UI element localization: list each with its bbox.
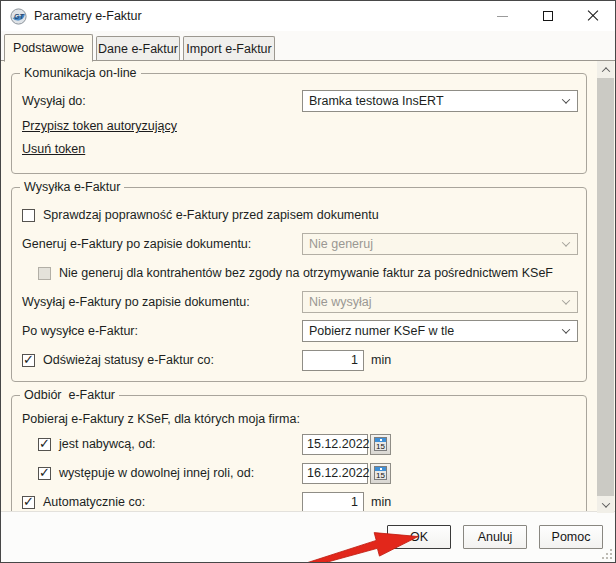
scroll-down-button[interactable] (597, 496, 614, 513)
odswiezaj-interval-input[interactable]: 1 (302, 350, 364, 371)
anuluj-button[interactable]: Anuluj (463, 525, 527, 549)
nabywca-date-input[interactable]: 15.12.2022 (302, 434, 368, 455)
chevron-down-icon (562, 325, 570, 333)
link-przypisz-token[interactable]: Przypisz token autoryzujący (22, 119, 177, 133)
group-title: Komunikacja on-line (20, 66, 141, 80)
wysylaj-e-faktury-value: Nie wysyłaj (309, 295, 563, 309)
checkbox-odswiezaj-statusy[interactable] (22, 354, 35, 367)
chevron-down-icon (562, 238, 570, 246)
generuj-select: Nie generuj (302, 233, 578, 255)
group-title: Odbiór e-Faktur (20, 388, 119, 402)
checkbox-odswiezaj-label[interactable]: Odświeżaj statusy e-Faktur co: (43, 353, 302, 367)
pomoc-button[interactable]: Pomoc (539, 525, 603, 549)
button-bar: OK Anuluj Pomoc (1, 511, 615, 562)
maximize-button[interactable] (525, 1, 570, 31)
tab-label: Dane e-Faktur (98, 42, 178, 56)
link-usun-token[interactable]: Usuń token (22, 142, 85, 156)
close-button[interactable] (570, 1, 615, 31)
checkbox-sprawdzaj-poprawnosc[interactable] (22, 209, 35, 222)
chevron-up-icon (601, 67, 609, 75)
checkbox-automatycznie[interactable] (22, 496, 35, 509)
checkbox-nie-generuj-label: Nie generuj dla kontrahentów bez zgody n… (59, 266, 553, 280)
chevron-down-icon (601, 499, 609, 507)
calendar-icon: 15 (374, 466, 387, 480)
tab-label: Import e-Faktur (186, 42, 271, 56)
calendar-icon: 15 (374, 437, 387, 451)
group-title: Wysyłka e-Faktur (20, 180, 124, 194)
vertical-scrollbar[interactable] (597, 61, 614, 513)
tab-content-podstawowe: Komunikacja on-line Wysyłaj do: Bramka t… (1, 61, 615, 513)
tab-label: Podstawowe (13, 41, 84, 55)
chevron-down-icon (562, 95, 570, 103)
generuj-value: Nie generuj (309, 237, 563, 251)
generuj-label: Generuj e-Faktury po zapisie dokumentu: (22, 237, 302, 251)
po-wysylce-value: Pobierz numer KSeF w tle (309, 324, 563, 338)
checkbox-dowolna-rola[interactable] (38, 467, 51, 480)
group-komunikacja-online: Komunikacja on-line Wysyłaj do: Bramka t… (11, 73, 587, 174)
tabstrip: Podstawowe Dane e-Faktur Import e-Faktur (1, 31, 615, 61)
tab-dane-e-faktur[interactable]: Dane e-Faktur (96, 36, 180, 61)
po-wysylce-select[interactable]: Pobierz numer KSeF w tle (302, 320, 578, 342)
minimize-button[interactable] (480, 1, 525, 31)
rola-calendar-button[interactable]: 15 (370, 463, 391, 484)
auto-unit-label: min (371, 495, 391, 509)
app-icon: GT (10, 8, 27, 25)
window-title: Parametry e-Faktur (34, 9, 142, 23)
auto-interval-input[interactable]: 1 (302, 492, 364, 513)
group-wysylka-e-faktur: Wysyłka e-Faktur Sprawdzaj poprawność e-… (11, 187, 587, 382)
checkbox-jest-nabywca-label[interactable]: jest nabywcą, od: (59, 437, 302, 451)
wysylaj-e-faktury-select: Nie wysyłaj (302, 291, 578, 313)
wysylaj-e-faktury-label: Wysyłaj e-Faktury po zapisie dokumentu: (22, 295, 302, 309)
wysylaj-do-label: Wysyłaj do: (22, 94, 302, 108)
resize-grip[interactable] (601, 548, 613, 560)
chevron-down-icon (562, 296, 570, 304)
nabywca-calendar-button[interactable]: 15 (370, 434, 391, 455)
checkbox-dowolna-rola-label[interactable]: występuje w dowolnej innej roli, od: (59, 466, 302, 480)
svg-text:GT: GT (14, 13, 24, 20)
close-icon (587, 10, 599, 22)
checkbox-sprawdzaj-poprawnosc-label[interactable]: Sprawdzaj poprawność e-Faktury przed zap… (43, 208, 379, 222)
group-odbior-e-faktur: Odbiór e-Faktur Pobieraj e-Faktury z KSe… (11, 395, 587, 513)
checkbox-automatycznie-label[interactable]: Automatycznie co: (43, 495, 302, 509)
checkbox-nie-generuj-dla-kontrahentow (38, 267, 51, 280)
tab-import-e-faktur[interactable]: Import e-Faktur (183, 36, 275, 61)
scroll-up-button[interactable] (597, 61, 614, 78)
maximize-icon (543, 11, 553, 21)
titlebar: GT Parametry e-Faktur (1, 1, 615, 31)
dialog-parametry-e-faktur: GT Parametry e-Faktur Podstawowe Dane e-… (0, 0, 616, 563)
scrollbar-thumb[interactable] (597, 78, 614, 496)
wysylaj-do-select[interactable]: Bramka testowa InsERT (302, 90, 578, 112)
checkbox-jest-nabywca[interactable] (38, 438, 51, 451)
tab-podstawowe[interactable]: Podstawowe (4, 34, 93, 62)
ok-button[interactable]: OK (387, 525, 451, 549)
rola-date-input[interactable]: 16.12.2022 (302, 463, 368, 484)
wysylaj-do-value: Bramka testowa InsERT (309, 94, 563, 108)
po-wysylce-label: Po wysyłce e-Faktur: (22, 324, 302, 338)
pobieraj-label: Pobieraj e-Faktury z KSeF, dla których m… (22, 412, 578, 426)
odswiezaj-unit-label: min (371, 353, 391, 367)
minimize-icon (497, 16, 508, 17)
